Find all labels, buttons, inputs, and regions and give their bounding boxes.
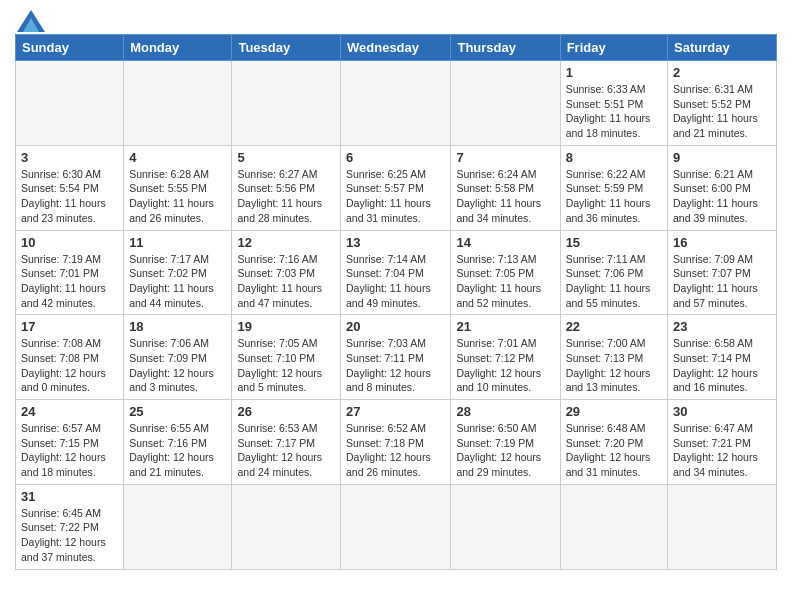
day-number: 9 — [673, 150, 771, 165]
day-info: Sunrise: 6:31 AM Sunset: 5:52 PM Dayligh… — [673, 82, 771, 141]
day-info: Sunrise: 6:48 AM Sunset: 7:20 PM Dayligh… — [566, 421, 662, 480]
day-number: 4 — [129, 150, 226, 165]
day-info: Sunrise: 6:24 AM Sunset: 5:58 PM Dayligh… — [456, 167, 554, 226]
calendar-day — [232, 61, 341, 146]
calendar-day — [124, 484, 232, 569]
calendar-day: 30Sunrise: 6:47 AM Sunset: 7:21 PM Dayli… — [668, 400, 777, 485]
day-number: 10 — [21, 235, 118, 250]
day-info: Sunrise: 6:30 AM Sunset: 5:54 PM Dayligh… — [21, 167, 118, 226]
calendar-day: 31Sunrise: 6:45 AM Sunset: 7:22 PM Dayli… — [16, 484, 124, 569]
day-number: 13 — [346, 235, 445, 250]
day-number: 28 — [456, 404, 554, 419]
day-header-saturday: Saturday — [668, 35, 777, 61]
calendar-day — [451, 61, 560, 146]
calendar-day: 15Sunrise: 7:11 AM Sunset: 7:06 PM Dayli… — [560, 230, 667, 315]
day-header-friday: Friday — [560, 35, 667, 61]
day-number: 29 — [566, 404, 662, 419]
calendar-day: 4Sunrise: 6:28 AM Sunset: 5:55 PM Daylig… — [124, 145, 232, 230]
calendar-day: 19Sunrise: 7:05 AM Sunset: 7:10 PM Dayli… — [232, 315, 341, 400]
calendar-day: 16Sunrise: 7:09 AM Sunset: 7:07 PM Dayli… — [668, 230, 777, 315]
day-info: Sunrise: 6:28 AM Sunset: 5:55 PM Dayligh… — [129, 167, 226, 226]
calendar-header-row: SundayMondayTuesdayWednesdayThursdayFrid… — [16, 35, 777, 61]
calendar-day: 12Sunrise: 7:16 AM Sunset: 7:03 PM Dayli… — [232, 230, 341, 315]
calendar-day: 6Sunrise: 6:25 AM Sunset: 5:57 PM Daylig… — [341, 145, 451, 230]
day-number: 7 — [456, 150, 554, 165]
calendar-day — [341, 484, 451, 569]
day-info: Sunrise: 6:25 AM Sunset: 5:57 PM Dayligh… — [346, 167, 445, 226]
day-info: Sunrise: 6:50 AM Sunset: 7:19 PM Dayligh… — [456, 421, 554, 480]
day-info: Sunrise: 7:03 AM Sunset: 7:11 PM Dayligh… — [346, 336, 445, 395]
day-info: Sunrise: 7:17 AM Sunset: 7:02 PM Dayligh… — [129, 252, 226, 311]
day-header-sunday: Sunday — [16, 35, 124, 61]
calendar-week-row: 10Sunrise: 7:19 AM Sunset: 7:01 PM Dayli… — [16, 230, 777, 315]
calendar-day: 5Sunrise: 6:27 AM Sunset: 5:56 PM Daylig… — [232, 145, 341, 230]
calendar-day: 14Sunrise: 7:13 AM Sunset: 7:05 PM Dayli… — [451, 230, 560, 315]
calendar-day — [232, 484, 341, 569]
day-info: Sunrise: 7:16 AM Sunset: 7:03 PM Dayligh… — [237, 252, 335, 311]
day-info: Sunrise: 7:08 AM Sunset: 7:08 PM Dayligh… — [21, 336, 118, 395]
day-number: 26 — [237, 404, 335, 419]
day-number: 27 — [346, 404, 445, 419]
calendar-day: 2Sunrise: 6:31 AM Sunset: 5:52 PM Daylig… — [668, 61, 777, 146]
calendar-day — [16, 61, 124, 146]
calendar-week-row: 31Sunrise: 6:45 AM Sunset: 7:22 PM Dayli… — [16, 484, 777, 569]
day-info: Sunrise: 7:01 AM Sunset: 7:12 PM Dayligh… — [456, 336, 554, 395]
day-number: 1 — [566, 65, 662, 80]
calendar-day: 24Sunrise: 6:57 AM Sunset: 7:15 PM Dayli… — [16, 400, 124, 485]
calendar-week-row: 3Sunrise: 6:30 AM Sunset: 5:54 PM Daylig… — [16, 145, 777, 230]
calendar-day: 21Sunrise: 7:01 AM Sunset: 7:12 PM Dayli… — [451, 315, 560, 400]
calendar-day: 25Sunrise: 6:55 AM Sunset: 7:16 PM Dayli… — [124, 400, 232, 485]
calendar-day: 29Sunrise: 6:48 AM Sunset: 7:20 PM Dayli… — [560, 400, 667, 485]
logo-icon — [17, 10, 45, 32]
day-info: Sunrise: 6:52 AM Sunset: 7:18 PM Dayligh… — [346, 421, 445, 480]
calendar-day — [124, 61, 232, 146]
day-info: Sunrise: 7:14 AM Sunset: 7:04 PM Dayligh… — [346, 252, 445, 311]
calendar-day: 17Sunrise: 7:08 AM Sunset: 7:08 PM Dayli… — [16, 315, 124, 400]
day-header-monday: Monday — [124, 35, 232, 61]
day-number: 12 — [237, 235, 335, 250]
day-info: Sunrise: 6:45 AM Sunset: 7:22 PM Dayligh… — [21, 506, 118, 565]
calendar-day: 10Sunrise: 7:19 AM Sunset: 7:01 PM Dayli… — [16, 230, 124, 315]
day-number: 5 — [237, 150, 335, 165]
day-number: 31 — [21, 489, 118, 504]
calendar-day: 8Sunrise: 6:22 AM Sunset: 5:59 PM Daylig… — [560, 145, 667, 230]
calendar-day: 9Sunrise: 6:21 AM Sunset: 6:00 PM Daylig… — [668, 145, 777, 230]
day-info: Sunrise: 6:21 AM Sunset: 6:00 PM Dayligh… — [673, 167, 771, 226]
calendar-week-row: 24Sunrise: 6:57 AM Sunset: 7:15 PM Dayli… — [16, 400, 777, 485]
calendar-day: 20Sunrise: 7:03 AM Sunset: 7:11 PM Dayli… — [341, 315, 451, 400]
day-info: Sunrise: 7:09 AM Sunset: 7:07 PM Dayligh… — [673, 252, 771, 311]
day-number: 20 — [346, 319, 445, 334]
day-number: 18 — [129, 319, 226, 334]
day-number: 2 — [673, 65, 771, 80]
header — [15, 10, 777, 28]
day-number: 19 — [237, 319, 335, 334]
day-number: 15 — [566, 235, 662, 250]
day-number: 8 — [566, 150, 662, 165]
day-info: Sunrise: 7:00 AM Sunset: 7:13 PM Dayligh… — [566, 336, 662, 395]
day-info: Sunrise: 6:58 AM Sunset: 7:14 PM Dayligh… — [673, 336, 771, 395]
calendar-day: 11Sunrise: 7:17 AM Sunset: 7:02 PM Dayli… — [124, 230, 232, 315]
calendar-day: 26Sunrise: 6:53 AM Sunset: 7:17 PM Dayli… — [232, 400, 341, 485]
day-number: 22 — [566, 319, 662, 334]
calendar-day: 7Sunrise: 6:24 AM Sunset: 5:58 PM Daylig… — [451, 145, 560, 230]
day-info: Sunrise: 7:11 AM Sunset: 7:06 PM Dayligh… — [566, 252, 662, 311]
day-info: Sunrise: 7:13 AM Sunset: 7:05 PM Dayligh… — [456, 252, 554, 311]
calendar-day: 22Sunrise: 7:00 AM Sunset: 7:13 PM Dayli… — [560, 315, 667, 400]
day-number: 23 — [673, 319, 771, 334]
day-number: 14 — [456, 235, 554, 250]
day-info: Sunrise: 6:33 AM Sunset: 5:51 PM Dayligh… — [566, 82, 662, 141]
day-info: Sunrise: 6:47 AM Sunset: 7:21 PM Dayligh… — [673, 421, 771, 480]
logo — [15, 10, 45, 28]
day-info: Sunrise: 6:27 AM Sunset: 5:56 PM Dayligh… — [237, 167, 335, 226]
day-number: 25 — [129, 404, 226, 419]
day-number: 30 — [673, 404, 771, 419]
day-number: 6 — [346, 150, 445, 165]
day-number: 17 — [21, 319, 118, 334]
day-number: 3 — [21, 150, 118, 165]
day-info: Sunrise: 6:57 AM Sunset: 7:15 PM Dayligh… — [21, 421, 118, 480]
day-number: 24 — [21, 404, 118, 419]
day-header-thursday: Thursday — [451, 35, 560, 61]
calendar-day — [560, 484, 667, 569]
calendar-day: 18Sunrise: 7:06 AM Sunset: 7:09 PM Dayli… — [124, 315, 232, 400]
day-number: 21 — [456, 319, 554, 334]
